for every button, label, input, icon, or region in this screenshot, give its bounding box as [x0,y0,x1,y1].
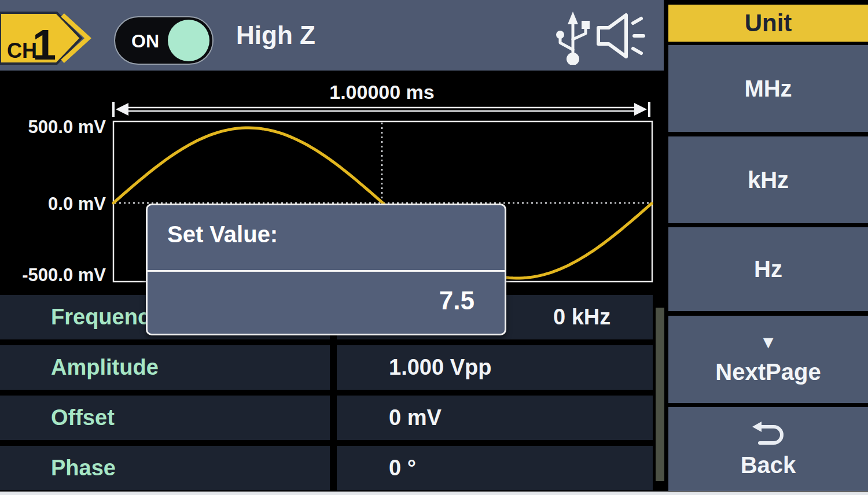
param-label: Amplitude [51,355,159,380]
scrollbar[interactable] [656,308,664,481]
param-label: Offset [51,405,115,430]
output-toggle[interactable]: ON [114,16,214,65]
next-page-label: NextPage [715,359,821,385]
param-value: 0 ° [389,456,416,481]
channel-header-bar: CH 1 ON High Z [0,0,664,71]
screen-bottom-edge [0,492,868,495]
unit-button-label: MHz [744,76,792,102]
param-value: 0 mV [389,405,442,430]
return-arrow-icon [751,420,786,448]
dialog-divider [148,270,505,272]
toggle-knob-icon [168,20,209,61]
next-page-button[interactable]: ▼ NextPage [668,316,868,403]
unit-button-khz[interactable]: kHz [668,136,868,223]
unit-button-hz[interactable]: Hz [668,227,868,311]
speaker-icon [596,13,648,59]
period-dimension-line [112,102,650,117]
channel-badge: CH 1 [0,6,98,71]
dialog-title: Set Value: [167,221,278,248]
back-button[interactable]: Back [668,407,868,491]
usb-icon [554,9,591,65]
param-row-offset[interactable]: Offset 0 mV [0,396,653,440]
unit-button-label: Hz [754,256,782,282]
down-triangle-icon: ▼ [760,334,777,351]
output-toggle-label: ON [131,31,159,52]
back-label: Back [741,452,796,478]
param-row-phase[interactable]: Phase 0 ° [0,446,653,490]
param-label: Phase [51,456,116,481]
param-row-amplitude[interactable]: Amplitude 1.000 Vpp [0,345,653,390]
sidebar-title: Unit [668,5,868,42]
param-value: 1.000 Vpp [389,355,491,380]
set-value-dialog: Set Value: 7.5 [146,204,506,335]
impedance-label: High Z [236,21,315,50]
channel-number: 1 [32,21,56,69]
unit-button-label: kHz [748,167,789,193]
unit-button-mhz[interactable]: MHz [668,45,868,132]
value-entry-field[interactable]: 7.5 [439,286,475,315]
